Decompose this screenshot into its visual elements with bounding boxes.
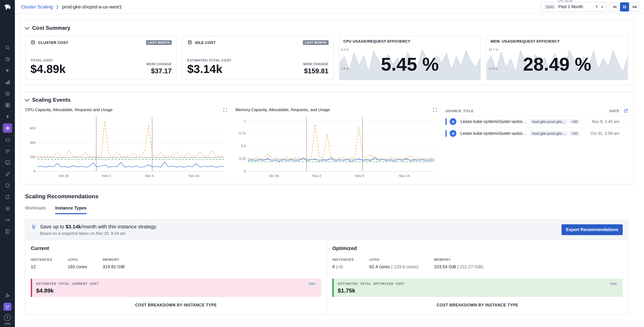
svg-text:200: 200: [30, 155, 36, 159]
svg-text:0.5: 0.5: [241, 144, 246, 148]
cpu-capacity-chart[interactable]: 0200400600Oct 26Nov 2Nov 9Nov 16: [25, 113, 227, 179]
card-title: IDLE COST: [195, 40, 216, 44]
stat-memory: MEMORY 103.54 GiB (-211.27 GiB): [434, 257, 484, 269]
cost-breakdown-title: COST BREAKDOWN BY INSTANCE TYPE: [31, 303, 321, 315]
cpu-efficiency-value: 5.45 %: [339, 55, 480, 74]
svg-text:Nov 2: Nov 2: [102, 174, 111, 178]
topbar-controls: UTC-04:00 1mo Past 1 Month ▾: [541, 2, 639, 12]
cluster-cost-icon: [30, 40, 36, 45]
event-row[interactable]: Lease kube-system/cluster-autoscaler: Le…: [446, 115, 628, 127]
history-icon[interactable]: [4, 55, 12, 63]
containers-icon[interactable]: [4, 101, 12, 109]
svg-text:Nov 9: Nov 9: [355, 174, 364, 178]
cpu-efficiency-card: CPU USAGE/REQUEST EFFICIENCY 6.5 % 3.8 %…: [339, 35, 481, 80]
primary-label: ESTIMATED TOTAL COST: [187, 59, 232, 62]
snapshot-note: Based on a snapshot taken on Nov 20, 9:2…: [40, 231, 157, 236]
cost-summary-header[interactable]: Cost Summary: [25, 25, 628, 31]
column-header-date: DATE: [588, 109, 619, 113]
serverless-icon[interactable]: [4, 112, 12, 121]
ci-icon[interactable]: [4, 193, 12, 201]
tab-workloads[interactable]: Workloads: [25, 205, 46, 214]
search-icon[interactable]: [4, 43, 12, 52]
infrastructure-icon[interactable]: [4, 78, 12, 86]
host-tag[interactable]: host:gke-prod-gke...: [530, 131, 567, 136]
cost-bar-badge: 1mo: [608, 281, 619, 286]
time-range-label: Past 1 Month: [558, 4, 583, 9]
svg-text:400: 400: [30, 141, 36, 144]
savings-message: Save up to $3.14k/month with this instan…: [40, 224, 157, 229]
pointer-icon[interactable]: [4, 66, 12, 75]
pause-button[interactable]: [620, 2, 629, 11]
breadcrumb-parent-link[interactable]: Cluster Scaling: [21, 4, 53, 9]
tab-instance-types[interactable]: Instance Types: [55, 205, 86, 214]
settings-icon[interactable]: [4, 204, 12, 213]
events-table: SOURCE TITLE DATE Lease kube-system/clus…: [446, 107, 628, 179]
kubernetes-source-icon: [450, 118, 456, 125]
svg-text:Nov 16: Nov 16: [399, 174, 410, 178]
cost-summary-section: Cost Summary CLUSTER COST LAST MONTH TOT…: [20, 20, 634, 85]
time-range-picker[interactable]: UTC-04:00 1mo Past 1 Month ▾: [541, 2, 606, 12]
host-tag[interactable]: host:gke-prod-gke...: [530, 119, 567, 124]
export-recommendations-button[interactable]: Export Recommendations: [562, 224, 623, 235]
optimized-column: Optimized INSTANCES 8 (-4) vCPU 62.4 cor…: [326, 240, 628, 315]
event-title: Lease kube-system/cluster-autoscaler: Le…: [460, 131, 528, 136]
pin-icon[interactable]: [595, 5, 599, 9]
spark-max-label: 6.5 %: [341, 48, 349, 51]
cost-cards: CLUSTER COST LAST MONTH TOTAL COST $4.89…: [25, 35, 628, 80]
chevron-down-icon[interactable]: ▾: [602, 5, 603, 8]
optimized-cost-value: $1.75k: [338, 288, 619, 294]
stat-instances: INSTANCES 12: [31, 257, 52, 269]
chevron-down-icon[interactable]: [25, 97, 30, 102]
rewind-button[interactable]: [610, 2, 619, 11]
datadog-logo[interactable]: [2, 2, 12, 12]
secondary-label: MOM CHANGE: [146, 62, 172, 66]
more-tags-badge[interactable]: +50: [569, 119, 580, 124]
event-date: Oct 31, 2:59 am: [588, 131, 628, 136]
apm-icon[interactable]: [4, 89, 12, 98]
memory-capacity-chart[interactable]: 00.250.50.751Oct 26Nov 2Nov 9Nov 16: [236, 113, 438, 179]
top-bar: Cluster Scaling ❯ prod-gke-shopist-a-us-…: [15, 0, 644, 14]
comparison-columns: Current INSTANCES 12 vCPU 192 cores: [25, 240, 628, 315]
cloud-icon[interactable]: [4, 135, 12, 144]
more-tags-badge[interactable]: +50: [569, 131, 580, 136]
svg-text:0: 0: [244, 169, 246, 173]
notebooks-icon[interactable]: [4, 227, 12, 236]
sidebar: ?Help: [0, 0, 15, 327]
breadcrumb: Cluster Scaling ❯ prod-gke-shopist-a-us-…: [21, 4, 122, 9]
chevron-down-icon[interactable]: [25, 25, 30, 30]
primary-label: TOTAL COST: [30, 59, 66, 62]
tools-icon[interactable]: [4, 291, 12, 299]
cost-breakdown-title: COST BREAKDOWN BY INSTANCE TYPE: [332, 303, 623, 315]
cost-bar-label: ESTIMATED TOTAL CURRENT COST: [36, 282, 99, 286]
user-avatar[interactable]: [4, 303, 12, 311]
scaling-events-header[interactable]: Scaling Events: [25, 97, 628, 103]
section-title: Cost Summary: [32, 25, 70, 31]
dashboards-icon[interactable]: [4, 158, 12, 167]
expand-icon[interactable]: [433, 107, 438, 112]
sidebar-nav: [3, 43, 12, 236]
secondary-value: $159.81: [303, 67, 328, 75]
kubernetes-icon[interactable]: [3, 123, 12, 133]
fast-forward-button[interactable]: [630, 2, 639, 11]
stat-memory: MEMORY 314.81 GiB: [102, 257, 124, 269]
logs-icon[interactable]: [4, 147, 12, 155]
svg-text:0.75: 0.75: [239, 131, 246, 135]
last-month-badge: LAST MONTH: [146, 40, 172, 45]
expand-icon[interactable]: [222, 107, 227, 112]
event-indicator: [446, 130, 446, 137]
spark-max-label: 33.7 %: [489, 48, 498, 51]
help-button[interactable]: ?Help: [4, 314, 11, 325]
current-column: Current INSTANCES 12 vCPU 192 cores: [25, 240, 326, 315]
chevron-right-icon: ❯: [56, 4, 59, 9]
column-header-source: SOURCE: [446, 109, 463, 113]
savings-banner: Save up to $3.14k/month with this instan…: [25, 220, 628, 240]
playback-controls: [610, 2, 639, 11]
integrations-icon[interactable]: [4, 170, 12, 178]
open-in-new-icon[interactable]: [624, 108, 628, 113]
event-row[interactable]: Lease kube-system/cluster-autoscaler: Le…: [446, 127, 628, 139]
security-icon[interactable]: [4, 181, 12, 190]
stat-vcpu: vCPU 192 cores: [68, 257, 87, 269]
recommendations-tabs: Workloads Instance Types: [25, 205, 628, 214]
column-heading: Current: [31, 245, 321, 251]
synthetics-icon[interactable]: [4, 216, 12, 224]
